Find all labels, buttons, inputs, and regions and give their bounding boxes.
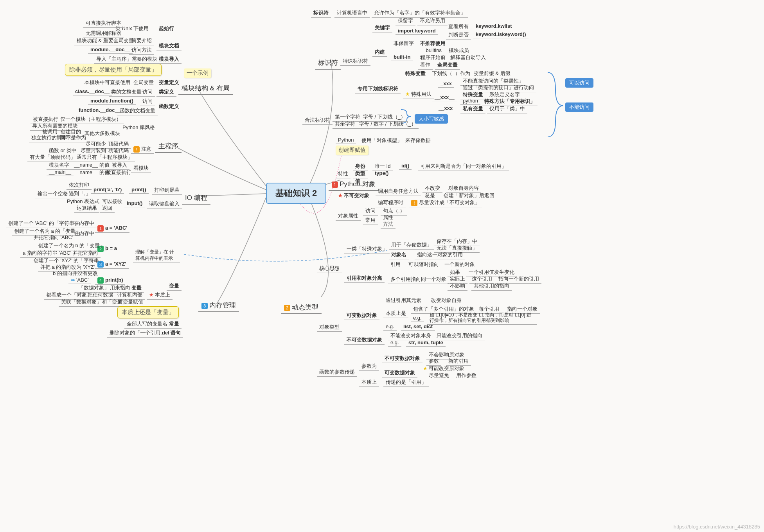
for-store: 用于「存储数据」: [389, 241, 434, 250]
python-uses: Python: [336, 136, 356, 144]
can-point: 可以随时指向: [406, 260, 441, 269]
see-mod[interactable]: 看模块: [131, 164, 151, 173]
no-reuse: 不允许另用: [417, 16, 448, 25]
id-def2: 计算机语言中: [334, 9, 370, 18]
name-val2: __name__ 的值: [72, 168, 112, 177]
special-id[interactable]: 特殊标识符: [340, 57, 370, 66]
xxx1: _xxx: [438, 80, 454, 88]
built-in: built-in: [391, 53, 413, 61]
mutable[interactable]: 可变数据对象: [344, 311, 379, 320]
case-sensitive: 大小写敏感: [415, 114, 448, 124]
call-own: 调用自身任意方法: [376, 187, 421, 196]
essence-callout: 本质上还是「变量」: [117, 306, 179, 318]
module-func-access: 访问: [140, 97, 155, 106]
var[interactable]: 变量: [167, 282, 182, 291]
eg2: e.g.: [383, 323, 397, 331]
eg1: e.g.: [411, 314, 424, 322]
change-self: 改变对象自身: [429, 296, 464, 305]
global-var: 全局变量: [131, 78, 156, 87]
design: !尽量设计成「不可变对象」: [409, 198, 482, 207]
standalone: 独立执行的脚本: [29, 133, 69, 142]
start-line[interactable]: 起始行: [156, 24, 176, 33]
traits[interactable]: 特性: [336, 169, 351, 178]
e3a: 关联「数据对象」和「变量」: [59, 298, 129, 307]
attr-method: 方法: [381, 220, 395, 229]
var-def[interactable]: 变量定义: [156, 78, 182, 87]
s1e: 并把它指向 'ABC': [31, 233, 75, 242]
immut-param: 不可变数据对象: [382, 354, 422, 363]
xxx3a: 私有变量: [460, 104, 485, 113]
write-prog: 编写程序时: [376, 198, 406, 207]
branch-module[interactable]: 模块结构 & 布局: [178, 82, 233, 95]
branch-io[interactable]: IO 编程: [182, 192, 210, 205]
seq-print: 依次打印: [67, 181, 92, 190]
reserved: 保留字: [395, 16, 415, 25]
class-def[interactable]: 类定义: [156, 88, 176, 97]
judge: 判断是否: [446, 31, 471, 40]
obj-type[interactable]: 对象类型: [317, 323, 342, 332]
immutable-obj[interactable]: 不可变数据对象: [344, 336, 385, 345]
import-kw: import keyword: [395, 27, 438, 35]
py-style[interactable]: Python 库风格: [120, 123, 157, 132]
attrs[interactable]: 对象属性: [336, 212, 361, 221]
branch-identifier[interactable]: 标识符: [315, 57, 341, 70]
module-doc[interactable]: 模块文档: [156, 41, 182, 50]
func-doc-desc: 函数的文档变量: [117, 106, 158, 115]
ret: 返回: [100, 204, 115, 213]
id-desc: 可用来判断是否为「同一对象的引用」: [418, 162, 509, 171]
center-node[interactable]: 基础知识 2: [266, 183, 326, 204]
s4a: 'ABC': [68, 276, 91, 284]
treat-as: 看作: [418, 61, 433, 70]
xxx2b: python: [460, 97, 480, 105]
id-fn: id(): [399, 162, 412, 170]
use-model: 使用「对象模型」: [359, 136, 404, 145]
print-ab: print('a', 'b'): [91, 186, 124, 194]
type-fn: type(): [372, 169, 391, 177]
legal-id[interactable]: 合法标识符: [302, 116, 333, 125]
can-access: 可以访问: [565, 78, 593, 88]
essence[interactable]: 本质上: [147, 291, 173, 300]
branch-main[interactable]: 主程序: [155, 140, 182, 153]
id-def: 标识符: [311, 9, 331, 18]
underscore[interactable]: 专用下划线标识符: [355, 84, 401, 93]
mut-essence: 本质上是: [383, 309, 408, 318]
as-param: 用作参数: [454, 371, 479, 380]
core[interactable]: 核心思想: [317, 264, 342, 273]
xxx2: __xxx__: [432, 93, 457, 101]
exec-script: 可直接执行脚本: [83, 19, 124, 28]
via-elem: 通过引用其元素: [383, 296, 424, 305]
special-use: 特殊用法: [403, 90, 434, 99]
class-doc: class.__doc__: [73, 88, 112, 95]
xxx3b: 仅用于「类」中: [487, 104, 527, 113]
s1: 1a = 'ABC': [95, 224, 129, 233]
obj-name: 对象名: [389, 250, 409, 259]
builtin[interactable]: 内建: [372, 48, 387, 57]
keyword[interactable]: 关键字: [372, 23, 392, 32]
avoid: 尽量避免: [426, 371, 451, 380]
attr-common: 常用: [363, 216, 378, 225]
del-desc: 删除对象的「一个引用」: [107, 329, 168, 338]
eg2-val: list, set, dict: [401, 323, 435, 331]
param-is: 参数为: [359, 362, 379, 371]
var-subtitle: 理解「变量」在 计算机内存中的表示: [133, 248, 180, 262]
kwlist: keyword.kwlist: [473, 22, 514, 30]
ref-to: 指向这一对象的引用: [415, 250, 465, 259]
func-def[interactable]: 函数定义: [156, 102, 182, 111]
note[interactable]: !注意: [131, 145, 154, 154]
iskw: keyword.iskeyword(): [473, 31, 529, 38]
mut-param: 可变数据对象: [382, 368, 417, 377]
attr-access: 访问: [363, 207, 378, 216]
access-method: 访问方法: [129, 46, 154, 55]
func-doc: function.__doc__: [76, 106, 123, 114]
branch-dynamic[interactable]: 2动态类型: [281, 301, 322, 314]
func-args[interactable]: 函数的参数传递: [317, 368, 357, 377]
special-var: 特殊变量: [403, 69, 428, 78]
local-var-callout: 除非必须，尽量使用「局部变量」: [65, 64, 162, 76]
branch-memory[interactable]: 3内存管理: [198, 299, 239, 312]
immut-eg-val: str, num, tuple: [406, 339, 446, 347]
module-import[interactable]: 模块导入: [156, 55, 182, 64]
immutable[interactable]: 不可变对象: [336, 191, 372, 200]
func-scope: 模块功能 & 重要全局变量: [74, 36, 136, 45]
main-name: __main__: [47, 168, 74, 176]
input-fn: input(): [124, 200, 145, 207]
